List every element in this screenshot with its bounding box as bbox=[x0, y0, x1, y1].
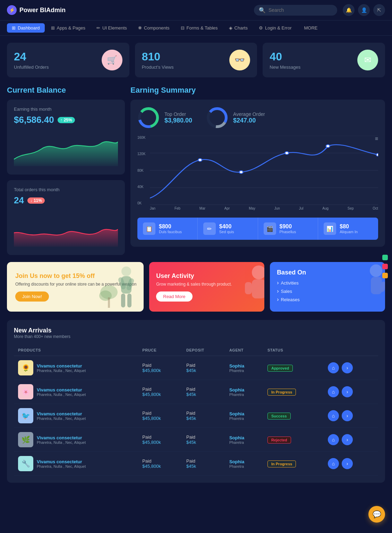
bstat-label-0: Duls faucibus bbox=[159, 230, 182, 234]
stat-card-orders: 24 Unfulfilled Orders 🛒 bbox=[7, 43, 129, 77]
bstat-value-1: $400 bbox=[219, 223, 234, 230]
bstat-item-3: 📊 $80 Aliquam In bbox=[318, 218, 378, 240]
expand-icon-btn[interactable]: ⇱ bbox=[373, 4, 385, 16]
row-arrow-button[interactable]: › bbox=[342, 458, 353, 469]
row-home-button[interactable]: ⌂ bbox=[328, 434, 339, 445]
logo: ⚡ Power BIAdmin bbox=[7, 5, 66, 15]
app-name: Power BIAdmin bbox=[19, 7, 66, 14]
promo-activity-button[interactable]: Read More bbox=[156, 291, 192, 302]
table-row: 🔧 Vivamus consectetur Pharetra, Nulla , … bbox=[14, 452, 378, 476]
earning-line-chart-svg bbox=[150, 136, 378, 205]
row-arrow-button[interactable]: › bbox=[342, 410, 353, 421]
deposit-value: $45k bbox=[186, 368, 221, 373]
bstat-value-0: $800 bbox=[159, 223, 182, 230]
table-row: 🐦 Vivamus consectetur Pharetra, Nulla , … bbox=[14, 404, 378, 428]
agent-sub: Pharetra bbox=[229, 464, 259, 468]
avg-order-item: Average Order $247.00 bbox=[206, 107, 265, 129]
svg-rect-27 bbox=[245, 282, 252, 294]
nav-item-login[interactable]: ⚙ Login & Error bbox=[254, 23, 297, 33]
nav-item-dashboard[interactable]: ⊞ Dashboard bbox=[7, 23, 45, 33]
new-arrivals-subtitle: More than 400+ new members bbox=[14, 334, 378, 339]
row-home-button[interactable]: ⌂ bbox=[328, 458, 339, 469]
bstat-label-2: Phasellus bbox=[280, 230, 296, 234]
main-content: 24 Unfulfilled Orders 🛒 810 Product's Vi… bbox=[0, 36, 392, 490]
side-dot-green[interactable] bbox=[382, 255, 388, 260]
product-name: Vivamus consectetur bbox=[37, 459, 86, 464]
messages-icon: ✉ bbox=[357, 50, 378, 70]
svg-point-13 bbox=[285, 152, 289, 154]
price-paid: Paid bbox=[142, 411, 178, 416]
row-home-button[interactable]: ⌂ bbox=[328, 410, 339, 421]
bstat-item-1: ✏ $400 Sed quis bbox=[198, 218, 258, 240]
stat-card-messages: 40 New Messages ✉ bbox=[263, 43, 385, 77]
profile-icon-btn[interactable]: 👤 bbox=[358, 4, 370, 16]
row-arrow-button[interactable]: › bbox=[342, 386, 353, 397]
status-badge: In Progress bbox=[267, 389, 296, 396]
table-head: PRODUCTS PRUCE DEPOSIT AGENT STATUS bbox=[14, 345, 378, 356]
nav: ⊞ Dashboard ⊞ Apps & Pages ✏ UI Elements… bbox=[0, 20, 392, 36]
price-paid: Paid bbox=[142, 434, 178, 440]
chart-menu-icon[interactable]: ≡ bbox=[375, 136, 378, 142]
messages-value: 40 bbox=[270, 50, 300, 63]
nav-item-apps[interactable]: ⊞ Apps & Pages bbox=[46, 23, 90, 33]
notification-icon-btn[interactable]: 🔔 bbox=[343, 4, 355, 16]
search-input[interactable] bbox=[269, 7, 332, 13]
deposit-value: $45k bbox=[186, 440, 221, 445]
row-arrow-button[interactable]: › bbox=[342, 362, 353, 373]
fab-button[interactable]: 💬 bbox=[368, 506, 385, 523]
header: ⚡ Power BIAdmin 🔍 🔔 👤 ⇱ bbox=[0, 0, 392, 20]
svg-point-25 bbox=[252, 265, 264, 279]
row-home-button[interactable]: ⌂ bbox=[328, 386, 339, 397]
earning-badge: ↑ 25% bbox=[58, 117, 75, 123]
charts-icon: ◈ bbox=[229, 25, 232, 31]
nav-item-more[interactable]: MORE bbox=[299, 23, 323, 33]
bstat-label-1: Sed quis bbox=[219, 230, 234, 234]
views-icon: 👓 bbox=[229, 50, 250, 70]
components-icon: ❋ bbox=[138, 25, 142, 31]
promo-join-button[interactable]: Join Now! bbox=[15, 291, 49, 302]
col-price: PRUCE bbox=[138, 345, 182, 356]
col-deposit: DEPOSIT bbox=[182, 345, 225, 356]
product-thumb: 🔧 bbox=[18, 456, 33, 471]
row-home-button[interactable]: ⌂ bbox=[328, 362, 339, 373]
total-orders-amount: 24 ↓ 11% bbox=[14, 195, 118, 206]
total-orders-label: Total orders this month bbox=[14, 187, 118, 192]
top-order-donut bbox=[137, 107, 160, 129]
agent-sub: Pharetra bbox=[229, 392, 259, 397]
promo-based-card: Based On Activities Sales Releases bbox=[270, 262, 385, 312]
bstat-icon-2: 🎬 bbox=[264, 222, 276, 235]
avg-order-label: Average Order bbox=[233, 111, 265, 117]
row-arrow-button[interactable]: › bbox=[342, 434, 353, 445]
promo-based-figure bbox=[327, 262, 385, 312]
nav-item-ui[interactable]: ✏ UI Elements bbox=[92, 23, 132, 33]
nav-item-components[interactable]: ❋ Components bbox=[133, 23, 174, 33]
side-dots bbox=[382, 255, 388, 278]
earning-chart bbox=[14, 132, 118, 166]
avg-order-donut bbox=[206, 107, 228, 129]
product-name: Vivamus consectetur bbox=[37, 363, 86, 369]
bstat-label-3: Aliquam In bbox=[340, 230, 358, 234]
product-thumb: 🌿 bbox=[18, 432, 33, 447]
deposit-paid: Paid bbox=[186, 458, 221, 464]
agent-name: Sophia bbox=[229, 459, 259, 464]
side-dot-yellow[interactable] bbox=[382, 273, 388, 278]
table-row: 🌿 Vivamus consectetur Pharetra, Nulla , … bbox=[14, 428, 378, 452]
nav-item-forms[interactable]: ⊟ Forms & Tables bbox=[176, 23, 223, 33]
svg-point-16 bbox=[121, 266, 131, 276]
search-bar[interactable]: 🔍 bbox=[254, 5, 337, 16]
bstat-icon-3: 📊 bbox=[324, 222, 336, 235]
bstat-value-3: $80 bbox=[340, 223, 358, 230]
row-actions: ⌂ › bbox=[328, 458, 374, 469]
earning-card: Earning this month $6,586.40 ↑ 25% bbox=[7, 100, 125, 175]
dashboard-main: Current Balance Earning this month $6,58… bbox=[7, 86, 385, 255]
views-value: 810 bbox=[142, 50, 174, 63]
side-dot-red[interactable] bbox=[382, 264, 388, 269]
ui-icon: ✏ bbox=[96, 25, 100, 31]
svg-rect-30 bbox=[371, 277, 382, 294]
row-actions: ⌂ › bbox=[328, 410, 374, 421]
svg-rect-20 bbox=[121, 294, 125, 307]
earning-summary-card: Top Order $3,980.00 Average Order $247. bbox=[130, 100, 385, 247]
earning-summary-title: Earning Summary bbox=[130, 86, 385, 95]
bstat-item-2: 🎬 $900 Phasellus bbox=[258, 218, 318, 240]
nav-item-charts[interactable]: ◈ Charts bbox=[224, 23, 253, 33]
